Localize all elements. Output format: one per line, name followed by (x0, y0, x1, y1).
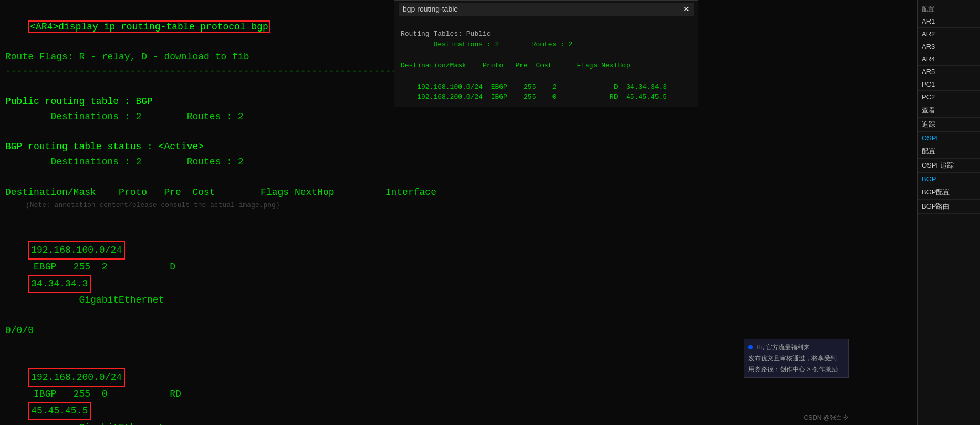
command-text: <AR4>display ip routing-table protocol b… (28, 20, 270, 33)
sidebar-item-pc2[interactable]: PC2 (918, 91, 980, 103)
sidebar-item-ar3[interactable]: AR3 (918, 40, 980, 53)
nexthop-addr-2: 45.45.45.5 (28, 402, 91, 420)
dest-addr-1: 192.168.100.0/24 (28, 241, 125, 260)
sidebar-item-ar2[interactable]: AR2 (918, 28, 980, 40)
popup-dest-count: Destinations : 2 Routes : 2 (401, 39, 692, 50)
empty-3 (5, 170, 912, 185)
sidebar: 配置 AR1 AR2 AR3 AR4 AR5 PC1 PC2 查看 追踪 OSP… (917, 0, 980, 425)
popup-empty (401, 49, 692, 60)
nexthop-addr-1: 34.34.34.3 (28, 275, 91, 293)
sidebar-item-view[interactable]: 查看 (918, 103, 980, 118)
destinations-line-2: Destinations : 2 Routes : 2 (5, 154, 912, 170)
popup-content: Routing Tables: Public Destinations : 2 … (399, 16, 694, 105)
sidebar-item-ar4[interactable]: AR4 (918, 53, 980, 66)
terminal-main: <AR4>display ip routing-table protocol b… (0, 0, 917, 425)
popup-empty2 (401, 71, 692, 82)
sidebar-item-ar1[interactable]: AR1 (918, 15, 980, 28)
row1-iface: GigabitEthernet (28, 295, 164, 305)
chat-greeting: Hi, 官方流量福利来 (748, 343, 844, 352)
empty-4 (5, 211, 912, 226)
popup-overlay: bgp routing-table ✕ Routing Tables: Publ… (394, 0, 698, 107)
sidebar-item-ospf[interactable]: OSPF (918, 132, 980, 144)
dest-addr-2: 192.168.200.0/24 (28, 368, 125, 387)
destinations-line-1: Destinations : 2 Routes : 2 (5, 109, 912, 125)
sidebar-item-bgp[interactable]: BGP (918, 173, 980, 185)
row1-proto: EBGP 255 2 D (28, 262, 204, 272)
chat-line2: 发布优文且审核通过，将享受到 (748, 354, 844, 363)
row2-iface: GigabitEthernet (28, 422, 164, 425)
popup-row1: 192.168.100.0/24 EBGP 255 2 D 34.34.34.3 (401, 82, 692, 92)
column-header-line: Destination/Mask Proto Pre Cost Flags Ne… (5, 185, 912, 200)
annotation-line: (Note: annotation content/please-consult… (5, 200, 912, 211)
sidebar-header: 配置 (918, 3, 980, 15)
sidebar-item-bgp-route[interactable]: BGP路由 (918, 200, 980, 214)
bgp-status-active-line: BGP routing table status : <Active> (5, 139, 912, 154)
chat-line3: 用券路径：创作中心 > 创作激励 (748, 365, 844, 374)
popup-header: Destination/Mask Proto Pre Cost Flags Ne… (401, 60, 692, 71)
sidebar-item-ar5[interactable]: AR5 (918, 66, 980, 78)
popup-line-0 (401, 18, 692, 29)
empty-2 (5, 125, 912, 140)
sidebar-item-bgp-config[interactable]: BGP配置 (918, 185, 980, 200)
sidebar-item-pc1[interactable]: PC1 (918, 78, 980, 91)
sidebar-item-config[interactable]: 配置 (918, 144, 980, 159)
sidebar-item-ospf-trace[interactable]: OSPF追踪 (918, 159, 980, 173)
copyright-text: CSDN @张白夕 (804, 413, 849, 422)
route-row-1-iface2: 0/0/0 (5, 323, 912, 338)
route-row-1: 192.168.100.0/24 EBGP 255 2 D 34.34.34.3… (5, 226, 912, 323)
row2-proto: IBGP 255 0 RD (28, 389, 204, 399)
popup-routing-tables: Routing Tables: Public (401, 29, 692, 39)
blue-dot (748, 345, 753, 349)
chat-panel: Hi, 官方流量福利来 发布优文且审核通过，将享受到 用券路径：创作中心 > 创… (744, 339, 849, 378)
popup-title: bgp routing-table ✕ (399, 3, 694, 16)
sidebar-item-trace[interactable]: 追踪 (918, 118, 980, 132)
popup-row2: 192.168.200.0/24 IBGP 255 0 RD 45.45.45.… (401, 92, 692, 102)
popup-close-btn[interactable]: ✕ (683, 4, 690, 15)
